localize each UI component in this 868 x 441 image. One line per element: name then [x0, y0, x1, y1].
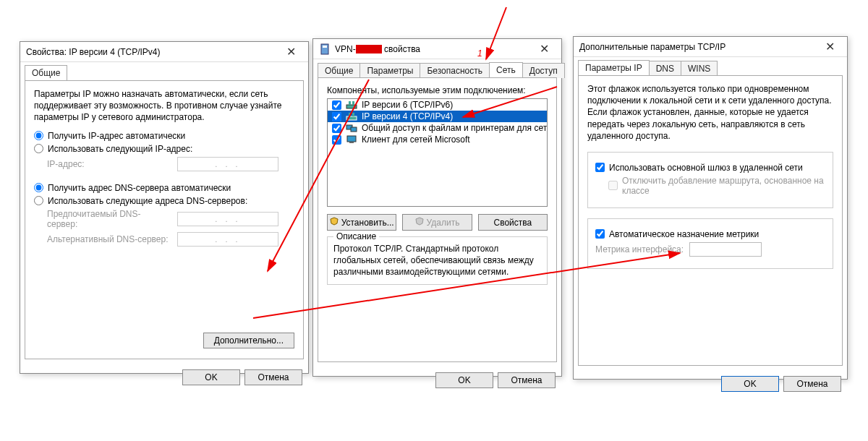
list-item-checkbox[interactable]	[332, 112, 341, 121]
list-item-label: IP версии 6 (TCP/IPv6)	[362, 100, 453, 110]
list-item[interactable]: IP версии 6 (TCP/IPv6)	[328, 99, 547, 111]
svg-rect-7	[352, 113, 354, 116]
titlebar: VPN- свойства ✕	[313, 39, 561, 59]
radio-manual-dns-label: Использовать следующие адреса DNS-сервер…	[48, 196, 247, 206]
radio-manual-dns[interactable]: Использовать следующие адреса DNS-сервер…	[34, 196, 294, 206]
close-button[interactable]: ✕	[276, 43, 305, 61]
svg-rect-2	[346, 105, 357, 108]
cancel-button[interactable]: Отмена	[244, 369, 302, 385]
list-item-checkbox[interactable]	[332, 135, 341, 145]
tab-access[interactable]: Доступ	[522, 63, 565, 78]
radio-manual-ip[interactable]: Использовать следующий IP-адрес:	[34, 144, 294, 154]
tab-ip-params[interactable]: Параметры IP	[578, 60, 650, 75]
radio-manual-dns-input[interactable]	[34, 196, 43, 205]
install-button[interactable]: Установить...	[327, 214, 396, 231]
tab-panel-ip: Этот флажок используется только при одно…	[578, 75, 843, 366]
radio-auto-ip-input[interactable]	[34, 131, 43, 140]
tabstrip: Общие Параметры Безопасность Сеть Доступ	[313, 59, 561, 77]
description-title: Описание	[333, 231, 379, 241]
remove-label: Удалить	[427, 218, 460, 228]
intro-text: Этот флажок используется только при одно…	[587, 83, 833, 142]
radio-manual-ip-label: Использовать следующий IP-адрес:	[48, 144, 192, 154]
properties-button[interactable]: Свойства	[478, 214, 548, 231]
component-button-row: Установить... Удалить Свойства	[327, 214, 548, 231]
dialog-ipv4-properties: Свойства: IP версии 4 (TCP/IPv4) ✕ Общие…	[20, 41, 309, 374]
close-button[interactable]: ✕	[529, 40, 558, 59]
list-item-checkbox[interactable]	[332, 124, 341, 133]
radio-auto-dns[interactable]: Получить адрес DNS-сервера автоматически	[34, 183, 294, 193]
checkbox-disable-route-label: Отключить добавление маршрута, основанно…	[622, 176, 825, 196]
tab-panel-general: Параметры IP можно назначать автоматичес…	[25, 80, 304, 359]
ok-button[interactable]: OK	[182, 369, 240, 385]
cancel-button[interactable]: Отмена	[498, 372, 556, 388]
list-item-label: Клиент для сетей Microsoft	[362, 134, 470, 145]
list-item[interactable]: Клиент для сетей Microsoft	[328, 134, 547, 145]
svg-rect-10	[347, 136, 356, 142]
window-title: VPN- свойства	[335, 44, 420, 54]
dialog-button-row: OK Отмена	[574, 370, 847, 398]
radio-auto-dns-input[interactable]	[34, 183, 43, 192]
radio-auto-ip-label: Получить IP-адрес автоматически	[48, 131, 185, 141]
dns-alt-label: Альтернативный DNS-сервер:	[47, 234, 170, 244]
checkbox-default-gateway-label: Использовать основной шлюз в удаленной с…	[609, 163, 803, 173]
close-button[interactable]: ✕	[815, 38, 844, 56]
tab-general[interactable]: Общие	[318, 63, 360, 78]
tab-general[interactable]: Общие	[25, 65, 67, 80]
component-icon	[346, 100, 357, 110]
checkbox-default-gateway[interactable]: Использовать основной шлюз в удаленной с…	[595, 163, 825, 173]
dns-pref-label: Предпочитаемый DNS-сервер:	[47, 209, 170, 229]
tab-dns[interactable]: DNS	[649, 61, 681, 76]
metric-row: Метрика интерфейса:	[595, 242, 825, 257]
svg-rect-3	[349, 101, 351, 105]
checkbox-auto-metric-label: Автоматическое назначение метрики	[609, 229, 759, 239]
radio-manual-ip-input[interactable]	[34, 144, 43, 153]
tab-wins[interactable]: WINS	[681, 61, 718, 76]
svg-rect-1	[323, 46, 327, 48]
ip-address-row: IP-адрес: . . .	[47, 157, 294, 171]
checkbox-default-gateway-input[interactable]	[595, 163, 605, 172]
ok-button[interactable]: OK	[435, 372, 493, 388]
titlebar: Дополнительные параметры TCP/IP ✕	[574, 37, 847, 57]
redacted-name	[356, 45, 382, 53]
svg-rect-6	[349, 113, 351, 116]
checkbox-auto-metric-input[interactable]	[595, 229, 605, 239]
radio-auto-dns-label: Получить адрес DNS-сервера автоматически	[48, 183, 231, 193]
list-item-checkbox[interactable]	[332, 100, 341, 110]
metric-label: Метрика интерфейса:	[595, 244, 684, 254]
tab-network[interactable]: Сеть	[489, 62, 523, 77]
cancel-button[interactable]: Отмена	[783, 376, 841, 392]
component-icon	[346, 111, 357, 121]
radio-auto-ip[interactable]: Получить IP-адрес автоматически	[34, 131, 294, 141]
svg-rect-11	[349, 142, 354, 143]
advanced-button[interactable]: Дополнительно...	[203, 333, 294, 348]
checkbox-disable-route: Отключить добавление маршрута, основанно…	[608, 176, 825, 196]
dns-pref-row: Предпочитаемый DNS-сервер: . . .	[47, 209, 294, 229]
tabstrip: Параметры IP DNS WINS	[574, 57, 847, 75]
tab-security[interactable]: Безопасность	[420, 63, 490, 78]
title-prefix: VPN-	[335, 44, 356, 54]
dialog-button-row: OK Отмена	[313, 367, 561, 394]
gateway-group: Использовать основной шлюз в удаленной с…	[587, 152, 833, 208]
ip-group: Получить IP-адрес автоматически Использо…	[34, 131, 294, 171]
dialog-button-row: OK Отмена	[20, 364, 308, 391]
window-title: Свойства: IP версии 4 (TCP/IPv4)	[26, 47, 161, 57]
metric-group: Автоматическое назначение метрики Метрик…	[587, 218, 833, 269]
list-item-label: IP версии 4 (TCP/IPv4)	[362, 111, 453, 121]
checkbox-auto-metric[interactable]: Автоматическое назначение метрики	[595, 229, 825, 239]
component-icon	[346, 123, 357, 133]
title-suffix: свойства	[384, 44, 420, 54]
component-icon	[346, 134, 357, 145]
list-item[interactable]: IP версии 4 (TCP/IPv4)	[328, 111, 547, 122]
components-list[interactable]: IP версии 6 (TCP/IPv6)IP версии 4 (TCP/I…	[327, 98, 548, 207]
intro-text: Параметры IP можно назначать автоматичес…	[34, 88, 294, 124]
ok-button[interactable]: OK	[721, 376, 779, 392]
ip-address-label: IP-адрес:	[47, 159, 170, 169]
install-label: Установить...	[341, 218, 394, 228]
shield-icon	[415, 217, 424, 228]
svg-rect-9	[351, 127, 357, 132]
list-item[interactable]: Общий доступ к файлам и принтерам для се…	[328, 122, 547, 134]
remove-button: Удалить	[402, 214, 472, 231]
tab-params[interactable]: Параметры	[359, 63, 420, 78]
dns-pref-input: . . .	[177, 212, 278, 226]
dns-group: Получить адрес DNS-сервера автоматически…	[34, 183, 294, 247]
